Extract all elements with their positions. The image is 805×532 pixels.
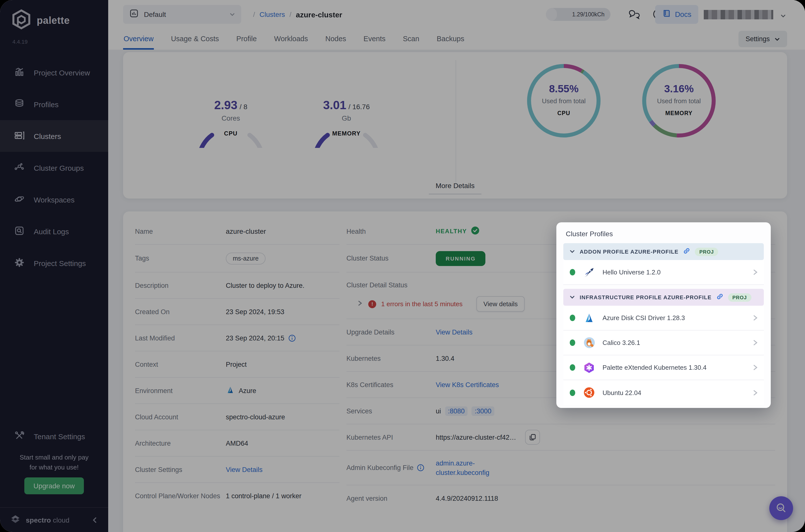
hello-universe-icon xyxy=(583,266,596,279)
chevron-right-icon xyxy=(751,268,759,276)
status-dot xyxy=(570,269,575,276)
profile-layer-hello-universe[interactable]: Hello Universe 1.2.0 xyxy=(563,260,764,285)
profile-layer-palette-extended-kubernetes[interactable]: Palette eXtended Kubernetes 1.30.4 xyxy=(563,355,764,380)
panel-title: Cluster Profiles xyxy=(566,230,764,238)
addon-profile-header[interactable]: ADDON PROFILE AZURE-PROFILE PROJ xyxy=(563,243,764,260)
infrastructure-profile-header[interactable]: INFRASTRUCTURE PROFILE AZURE-PROFILE PRO… xyxy=(563,289,764,306)
screen: palette 4.4.19 Project Overview xyxy=(0,0,805,532)
chevron-down-icon xyxy=(569,249,575,254)
status-dot xyxy=(570,364,575,371)
chevron-right-icon xyxy=(751,389,759,396)
link-icon[interactable] xyxy=(716,292,723,302)
scope-badge: PROJ xyxy=(728,293,751,302)
ubuntu-icon xyxy=(583,386,596,399)
chevron-right-icon xyxy=(751,339,759,346)
chevron-down-icon xyxy=(569,294,575,300)
profile-layer-ubuntu[interactable]: Ubuntu 22.04 xyxy=(563,380,764,405)
cluster-profiles-panel: Cluster Profiles ADDON PROFILE AZURE-PRO… xyxy=(556,222,771,408)
addon-profile-name: ADDON PROFILE AZURE-PROFILE xyxy=(580,249,678,254)
profile-layer-calico[interactable]: Calico 3.26.1 xyxy=(563,330,764,355)
calico-icon xyxy=(583,336,596,349)
app-window: palette 4.4.19 Project Overview xyxy=(0,0,805,532)
azure-disk-csi-icon xyxy=(583,311,596,324)
status-dot xyxy=(570,389,575,396)
chevron-right-icon xyxy=(751,314,759,322)
status-dot xyxy=(570,339,575,346)
profile-layer-azure-disk-csi[interactable]: Azure Disk CSI Driver 1.28.3 xyxy=(563,306,764,330)
link-icon[interactable] xyxy=(683,247,690,256)
chevron-right-icon xyxy=(751,364,759,371)
pxk-icon xyxy=(583,361,596,374)
status-dot xyxy=(570,315,575,321)
scope-badge: PROJ xyxy=(695,247,718,256)
infrastructure-profile-name: INFRASTRUCTURE PROFILE AZURE-PROFILE xyxy=(580,294,711,300)
